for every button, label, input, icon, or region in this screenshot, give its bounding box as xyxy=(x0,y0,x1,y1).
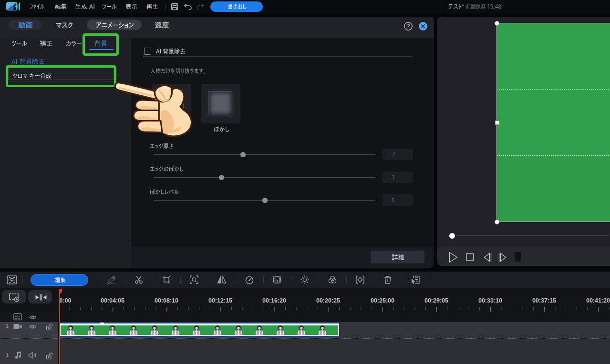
svg-text:?: ? xyxy=(407,23,410,29)
